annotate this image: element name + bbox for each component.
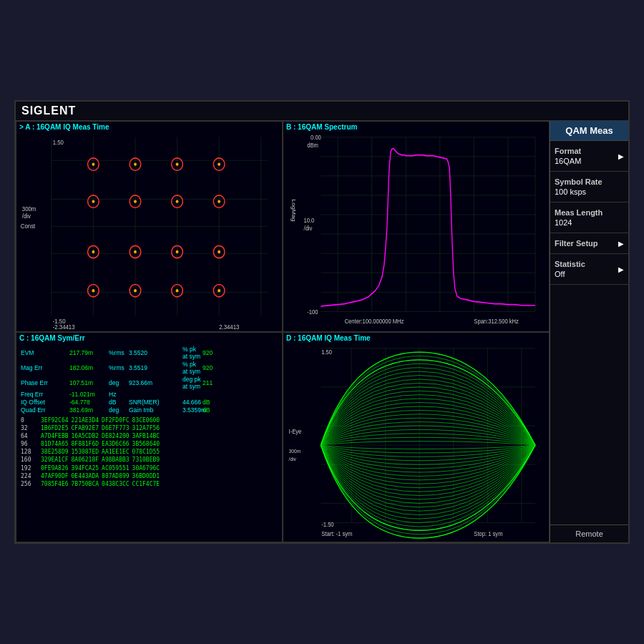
freqerr-unit: Hz [109, 391, 129, 398]
panel-c-measurements: EVM 217.79m %rms 3.5520 % pk at sym 920 … [18, 344, 280, 490]
panel-c: C : 16QAM Sym/Err EVM 217.79m %rms 3.552… [16, 332, 283, 543]
gainimb-value: dB [203, 406, 210, 414]
svg-point-40 [176, 250, 179, 253]
svg-point-32 [176, 200, 179, 203]
svg-text:LogMag: LogMag [291, 199, 296, 221]
svg-point-30 [134, 200, 137, 203]
magerr-unit: %rms [109, 364, 129, 371]
statistic-label: Statistic [555, 260, 624, 268]
symbolrate-label: Symbol Rate [555, 177, 624, 186]
format-arrow: ▶ [618, 152, 624, 160]
evm-unit: %rms [109, 349, 129, 356]
filtersetup-arrow: ▶ [618, 240, 624, 248]
format-label: Format [555, 147, 624, 155]
siglent-logo: SIGLENT [21, 104, 76, 117]
svg-text:-100: -100 [307, 308, 318, 316]
svg-point-50 [218, 289, 220, 292]
right-sidebar: QAM Meas Format 16QAM ▶ Symbol Rate 100 … [550, 121, 628, 542]
statistic-value: Off [555, 270, 624, 278]
panel-b-title: B : 16QAM Spectrum [286, 123, 357, 131]
svg-text:Stop: 1 sym: Stop: 1 sym [474, 530, 502, 537]
svg-text:300m: 300m [289, 448, 301, 454]
magerr-label2: 3.5519 [129, 364, 182, 371]
svg-text:-2.34413: -2.34413 [53, 324, 75, 331]
panels-area: > A : 16QAM IQ Meas Time [16, 121, 550, 542]
iqoffset-unit: dB [109, 399, 129, 406]
snr-label: SNR(MER) [129, 399, 182, 406]
magerr-unit2: % pk at sym [182, 361, 203, 375]
sidebar-item-statistic[interactable]: Statistic Off ▶ [550, 254, 628, 285]
panel-c-title: C : 16QAM Sym/Err [19, 334, 85, 342]
sidebar-item-measlength[interactable]: Meas Length 1024 [550, 203, 628, 233]
evm-value2: 920 [203, 349, 213, 356]
gainimb-label: Gain Imb [129, 406, 182, 414]
svg-point-42 [218, 250, 220, 253]
magerr-label: Mag Err [21, 364, 69, 371]
svg-point-34 [218, 200, 220, 203]
evm-label: EVM [21, 349, 69, 356]
phaseerr-value2: 211 [203, 379, 213, 386]
evm-value: 217.79m [69, 349, 109, 356]
phaseerr-label: Phase Err [21, 379, 69, 386]
evm-label2: 3.5520 [129, 349, 182, 356]
iqoffset-value: -64.778 [69, 399, 109, 406]
svg-text:/div: /div [304, 225, 313, 232]
quaderr-label: Quad Err [21, 406, 69, 414]
evm-unit2: % pk at sym [182, 346, 203, 360]
eye-diagram-svg: 1.50 -1.50 I-Eye 300m /div Start: -1 sym… [283, 333, 549, 542]
svg-text:Span:312.500 kHz: Span:312.500 kHz [474, 318, 519, 325]
iqoffset-label: IQ Offset [21, 399, 69, 406]
gainimb-unit: 3.5359m [182, 406, 203, 414]
sidebar-item-format[interactable]: Format 16QAM ▶ [550, 141, 628, 172]
phaseerr-unit2: deg pk at sym [182, 376, 203, 390]
statistic-arrow: ▶ [618, 265, 624, 273]
freqerr-value: -11.021m [69, 391, 109, 398]
panel-d: D : 16QAM IQ Meas Time [283, 332, 550, 543]
sidebar-item-filtersetup[interactable]: Filter Setup ▶ [550, 233, 628, 254]
panel-d-title: D : 16QAM IQ Meas Time [286, 334, 371, 342]
svg-point-44 [92, 289, 94, 292]
quaderr-value: 381.69m [69, 406, 109, 414]
magerr-value: 182.06m [69, 364, 109, 371]
meas-row-magerr: Mag Err 182.06m %rms 3.5519 % pk at sym … [21, 361, 278, 375]
svg-text:/div: /div [289, 456, 297, 462]
quaderr-unit: deg [109, 406, 129, 414]
sidebar-item-symbolrate[interactable]: Symbol Rate 100 ksps [550, 172, 628, 203]
svg-text:2.34413: 2.34413 [219, 324, 240, 331]
snr-unit: 44.666 [182, 399, 203, 406]
svg-point-20 [92, 162, 94, 165]
svg-text:Const: Const [21, 223, 36, 230]
constellation-svg: 1.50 Const -1.50 -2.34413 2.34413 300m /… [16, 122, 282, 331]
svg-point-38 [134, 250, 137, 253]
svg-text:dBm: dBm [307, 142, 318, 149]
svg-point-36 [92, 250, 94, 253]
panel-a-title: > A : 16QAM IQ Meas Time [19, 123, 109, 131]
svg-text:1.50: 1.50 [321, 348, 332, 356]
svg-text:/div: /div [22, 213, 31, 220]
svg-text:300m: 300m [22, 205, 36, 212]
meas-row-iqoffset: IQ Offset -64.778 dB SNR(MER) 44.666 dB [21, 399, 278, 406]
phaseerr-value: 107.51m [69, 379, 109, 386]
svg-point-48 [176, 289, 179, 292]
meas-row-evm: EVM 217.79m %rms 3.5520 % pk at sym 920 [21, 346, 278, 360]
remote-label: Remote [550, 525, 628, 542]
measlength-value: 1024 [555, 218, 624, 227]
svg-text:1.50: 1.50 [53, 140, 64, 146]
sidebar-header: QAM Meas [550, 121, 628, 141]
snr-value: dB [203, 399, 210, 406]
phaseerr-label2: 923.66m [129, 379, 182, 386]
top-bar: SIGLENT [16, 102, 628, 121]
main-content: > A : 16QAM IQ Meas Time [16, 121, 628, 542]
panel-b: B : 16QAM Spectrum [283, 121, 550, 332]
svg-point-26 [218, 162, 220, 165]
svg-point-24 [176, 162, 179, 165]
svg-rect-51 [283, 122, 549, 331]
main-frame: SIGLENT > A : 16QAM IQ Meas Time [14, 100, 630, 544]
filtersetup-label: Filter Setup [555, 239, 624, 248]
svg-text:I-Eye: I-Eye [289, 428, 302, 435]
magerr-value2: 920 [203, 364, 213, 371]
svg-text:Start: -1 sym: Start: -1 sym [321, 530, 352, 537]
spectrum-svg: 0.00 dBm 10.0 /div -100 LogMag Center:10… [283, 122, 549, 331]
svg-point-28 [92, 200, 94, 203]
svg-point-22 [134, 162, 137, 165]
